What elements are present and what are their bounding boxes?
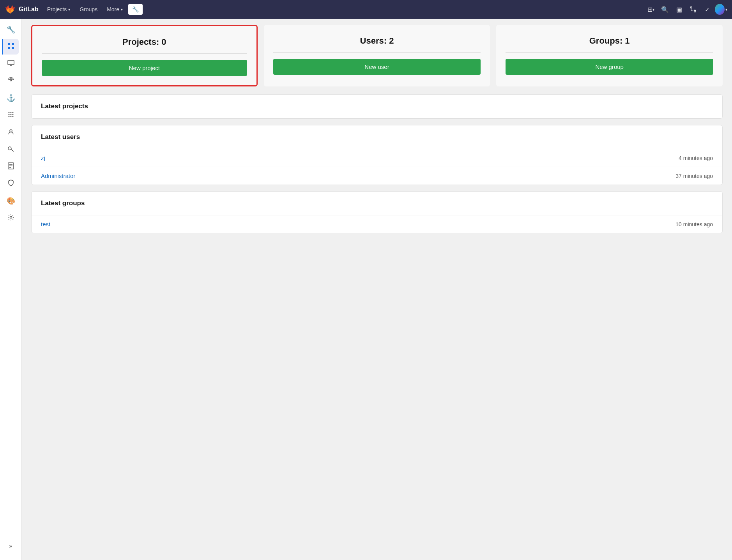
todos-button[interactable]: ✓ [701, 3, 713, 16]
svg-point-14 [8, 116, 9, 117]
groups-count: Groups: 1 [506, 36, 713, 46]
sidebar-item-documents[interactable] [3, 159, 19, 174]
nav-groups[interactable]: Groups [76, 4, 101, 15]
sidebar-toggle-button[interactable]: ▣ [673, 3, 685, 16]
anchor-icon: ⚓ [7, 94, 15, 102]
svg-point-0 [690, 7, 692, 8]
palette-icon: 🎨 [7, 197, 15, 205]
sidebar-item-dots-grid[interactable] [3, 107, 19, 123]
group-link-test[interactable]: test [41, 221, 50, 227]
latest-projects-heading: Latest projects [32, 95, 722, 118]
gitlab-logo-icon [5, 4, 16, 15]
brand-name: GitLab [19, 6, 39, 13]
merge-requests-button[interactable] [687, 3, 699, 16]
svg-point-12 [10, 114, 11, 115]
expand-icon: » [9, 543, 12, 549]
chevron-down-icon-more: ▾ [121, 7, 123, 12]
merge-request-icon [690, 6, 697, 13]
wrench-icon: 🔧 [7, 25, 15, 34]
nav-tool-active[interactable]: 🔧 [128, 4, 143, 15]
latest-groups-section: Latest groups test 10 minutes ago [31, 191, 723, 233]
signal-icon [7, 77, 14, 86]
latest-groups-heading: Latest groups [32, 192, 722, 215]
key-icon [7, 145, 14, 154]
new-group-button[interactable]: New group [506, 59, 713, 75]
latest-groups-body: test 10 minutes ago [32, 215, 722, 233]
page-layout: 🔧 ⚓ [0, 0, 732, 560]
svg-point-17 [10, 130, 12, 132]
list-item: zj 4 minutes ago [32, 149, 722, 167]
latest-users-heading: Latest users [32, 125, 722, 149]
navbar: GitLab Projects ▾ Groups More ▾ 🔧 ⊞ ▾ 🔍 … [0, 0, 732, 19]
latest-users-body: zj 4 minutes ago Administrator 37 minute… [32, 149, 722, 185]
search-icon: 🔍 [661, 6, 669, 13]
svg-rect-6 [8, 60, 14, 65]
panel-icon: ▣ [676, 6, 682, 13]
stats-grid: Projects: 0 New project Users: 2 New use… [31, 25, 723, 86]
sidebar-item-settings[interactable] [3, 210, 19, 226]
sidebar-item-admin-dashboard[interactable] [2, 39, 19, 55]
new-user-button[interactable]: New user [273, 59, 481, 75]
svg-point-15 [10, 116, 11, 117]
groups-stat-card: Groups: 1 New group [496, 25, 723, 86]
sidebar-expand-button[interactable]: » [3, 538, 19, 554]
nav-projects[interactable]: Projects ▾ [43, 4, 74, 15]
navbar-right: ⊞ ▾ 🔍 ▣ ✓ ▾ [645, 3, 727, 16]
chevron-down-icon-create: ▾ [652, 7, 654, 12]
svg-point-1 [694, 11, 696, 12]
avatar [715, 4, 725, 15]
group-time-test: 10 minutes ago [675, 221, 713, 227]
new-project-button[interactable]: New project [42, 60, 247, 76]
user-time-zj: 4 minutes ago [679, 155, 713, 161]
navbar-logo[interactable]: GitLab [5, 4, 39, 15]
shield-icon [8, 180, 14, 188]
navbar-nav: Projects ▾ Groups More ▾ 🔧 [43, 4, 643, 15]
sidebar-item-monitor[interactable] [3, 56, 19, 72]
latest-projects-section: Latest projects [31, 94, 723, 119]
chevron-down-icon: ▾ [68, 7, 70, 12]
users-stat-card: Users: 2 New user [264, 25, 490, 86]
search-button[interactable]: 🔍 [659, 3, 671, 16]
projects-count: Projects: 0 [42, 37, 247, 47]
sidebar-item-palette[interactable]: 🎨 [3, 193, 19, 209]
sidebar-item-wrench[interactable]: 🔧 [3, 22, 19, 37]
dots-grid-icon [8, 111, 14, 120]
svg-point-10 [12, 112, 13, 113]
create-new-button[interactable]: ⊞ ▾ [645, 3, 657, 16]
divider [273, 52, 481, 53]
svg-point-16 [12, 116, 13, 117]
sidebar-item-shield[interactable] [3, 176, 19, 192]
sidebar-item-keys[interactable] [3, 142, 19, 157]
svg-point-9 [10, 112, 11, 113]
list-item: Administrator 37 minutes ago [32, 167, 722, 185]
user-link-administrator[interactable]: Administrator [41, 173, 75, 179]
projects-stat-card: Projects: 0 New project [31, 25, 258, 86]
svg-point-8 [8, 112, 9, 113]
sidebar-item-anchor[interactable]: ⚓ [3, 90, 19, 106]
settings-icon [7, 214, 14, 223]
plus-icon: ⊞ [647, 6, 652, 13]
main-content: Projects: 0 New project Users: 2 New use… [22, 19, 732, 560]
svg-rect-5 [12, 47, 14, 49]
sidebar-item-users[interactable] [3, 125, 19, 140]
svg-point-11 [8, 114, 9, 115]
monitor-icon [7, 60, 14, 68]
divider [42, 53, 247, 54]
user-menu-button[interactable]: ▾ [715, 3, 727, 16]
list-item: test 10 minutes ago [32, 215, 722, 233]
face-icon [7, 128, 14, 137]
svg-rect-3 [12, 43, 14, 45]
users-count: Users: 2 [273, 36, 481, 46]
divider [506, 52, 713, 53]
svg-rect-2 [8, 43, 10, 45]
sidebar-item-signal[interactable] [3, 73, 19, 89]
wrench-active-icon: 🔧 [132, 6, 139, 12]
user-link-zj[interactable]: zj [41, 155, 45, 161]
svg-point-20 [10, 216, 12, 218]
chevron-down-icon-user: ▾ [725, 7, 727, 12]
sidebar: 🔧 ⚓ [0, 19, 22, 560]
latest-users-section: Latest users zj 4 minutes ago Administra… [31, 125, 723, 185]
document-icon [8, 162, 14, 171]
svg-point-13 [12, 114, 13, 115]
nav-more[interactable]: More ▾ [103, 4, 127, 15]
